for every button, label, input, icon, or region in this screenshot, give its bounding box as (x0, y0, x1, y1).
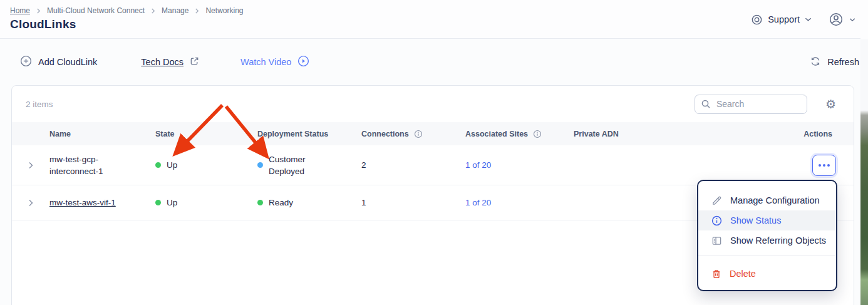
table-header-row: Name State Deployment Status Connections… (12, 122, 854, 145)
breadcrumb-manage-link[interactable]: Manage (162, 6, 189, 15)
chevron-down-icon (849, 18, 855, 22)
connections-count: 1 (361, 198, 465, 207)
state-up-dot (155, 162, 161, 168)
col-associated-sites: Associated Sites (465, 130, 574, 138)
menu-item-delete[interactable]: Delete (698, 264, 836, 284)
page-title: CloudLinks (10, 18, 858, 31)
plus-circle-icon (20, 55, 32, 69)
menu-item-show-referring-objects[interactable]: Show Referring Objects (698, 230, 836, 251)
associated-sites-link[interactable]: 1 of 20 (465, 198, 491, 207)
user-account-menu[interactable] (828, 11, 855, 28)
support-menu[interactable]: Support (751, 14, 812, 26)
col-private-adn: Private ADN (574, 130, 772, 138)
state-up-dot (155, 200, 161, 205)
row-actions-button[interactable] (812, 155, 836, 176)
breadcrumb-networking-link[interactable]: Networking (205, 6, 243, 15)
refresh-icon (810, 56, 821, 69)
state-cell: Up (155, 160, 257, 170)
cloudlink-name[interactable]: mw-test-gcp-interconnect-1 (49, 153, 155, 177)
state-label: Up (167, 198, 177, 207)
deployment-status-dot (257, 200, 263, 205)
col-state: State (155, 130, 257, 138)
breadcrumb-home-link[interactable]: Home (10, 6, 30, 15)
action-toolbar: Add CloudLink Tech Docs Watch Video (0, 39, 859, 85)
row-actions-menu: Manage Configuration Show Status Show Re… (697, 180, 837, 291)
deployment-status-label: Customer Deployed (269, 153, 321, 177)
expand-chevron-icon[interactable] (12, 162, 49, 169)
connections-count: 2 (361, 160, 465, 170)
deployment-status-cell: Ready (257, 197, 361, 209)
refresh-label: Refresh (827, 57, 859, 67)
tech-docs-link[interactable]: Tech Docs (141, 56, 199, 68)
deployment-status-label: Ready (269, 197, 293, 209)
items-count: 2 items (26, 100, 53, 109)
col-deployment-status: Deployment Status (257, 130, 361, 138)
info-icon[interactable] (533, 130, 542, 138)
menu-divider (698, 256, 836, 256)
watch-video-button[interactable]: Watch Video (240, 55, 309, 69)
gear-icon[interactable]: ⚙ (825, 98, 836, 110)
breadcrumb: Home Multi-Cloud Network Connect Manage … (10, 6, 858, 15)
tech-docs-label: Tech Docs (141, 57, 183, 67)
deployment-status-dot (257, 162, 263, 168)
avatar-icon (828, 11, 844, 28)
breadcrumb-mcn-link[interactable]: Multi-Cloud Network Connect (47, 6, 145, 15)
trash-icon (711, 269, 721, 279)
col-name: Name (49, 130, 155, 138)
cloudlink-name[interactable]: mw-test-aws-vif-1 (49, 197, 155, 209)
associated-sites-link[interactable]: 1 of 20 (465, 160, 491, 170)
col-connections: Connections (361, 130, 465, 138)
chevron-right-icon (150, 8, 156, 14)
expand-chevron-icon[interactable] (12, 199, 49, 207)
search-box (695, 95, 807, 114)
search-input[interactable] (695, 95, 807, 114)
chevron-right-icon (194, 8, 200, 14)
support-label: Support (768, 14, 800, 24)
table-toolbar: 2 items ⚙ (12, 86, 854, 122)
top-header: Home Multi-Cloud Network Connect Manage … (0, 0, 868, 39)
chevron-right-icon (36, 8, 41, 14)
info-icon[interactable] (414, 130, 423, 138)
pencil-icon (711, 195, 722, 206)
external-link-icon (190, 56, 199, 68)
state-cell: Up (155, 198, 257, 207)
add-cloudlink-button[interactable]: Add CloudLink (20, 55, 97, 69)
referring-objects-icon (711, 235, 722, 246)
col-actions: Actions (772, 130, 854, 138)
info-icon (711, 215, 722, 226)
play-circle-icon (297, 55, 309, 69)
menu-item-manage-configuration[interactable]: Manage Configuration (698, 190, 836, 210)
watch-video-label: Watch Video (240, 57, 291, 67)
support-icon (751, 14, 763, 26)
chevron-down-icon (805, 17, 812, 22)
header-right: Support (751, 11, 855, 28)
add-cloudlink-label: Add CloudLink (38, 57, 97, 67)
refresh-button[interactable]: Refresh (810, 56, 859, 69)
state-label: Up (167, 160, 177, 170)
deployment-status-cell: Customer Deployed (257, 153, 361, 177)
cloudlinks-page: Home Multi-Cloud Network Connect Manage … (0, 0, 868, 305)
menu-item-show-status[interactable]: Show Status (698, 210, 836, 230)
background-strip (860, 0, 868, 305)
search-icon (701, 99, 711, 111)
